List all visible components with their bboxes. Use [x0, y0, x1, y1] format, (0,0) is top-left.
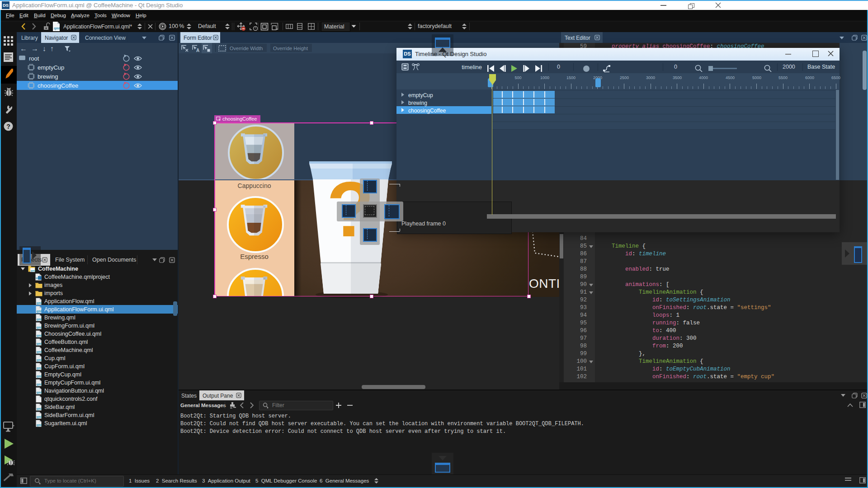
- svg-text:qml: qml: [37, 358, 42, 362]
- svg-text:A: A: [196, 48, 199, 52]
- svg-text:qml: qml: [37, 366, 42, 370]
- svg-text:qml: qml: [37, 383, 42, 386]
- svg-text:qml: qml: [37, 310, 42, 313]
- svg-text:?: ?: [6, 123, 10, 130]
- svg-text:qml: qml: [37, 342, 42, 346]
- svg-text:qml: qml: [37, 415, 42, 419]
- svg-text:qml: qml: [37, 318, 42, 321]
- svg-text:qml: qml: [37, 423, 42, 427]
- svg-text:qml: qml: [31, 269, 36, 272]
- svg-text:qml: qml: [54, 26, 60, 30]
- svg-text:qml: qml: [37, 326, 42, 329]
- svg-text:qml: qml: [37, 375, 42, 378]
- svg-text:qml: qml: [37, 350, 42, 354]
- svg-text:qml: qml: [37, 407, 42, 411]
- svg-text:qml: qml: [37, 334, 42, 338]
- svg-text:qm: qm: [36, 277, 40, 279]
- svg-text:qml: qml: [37, 391, 42, 394]
- svg-text:qml: qml: [37, 301, 42, 305]
